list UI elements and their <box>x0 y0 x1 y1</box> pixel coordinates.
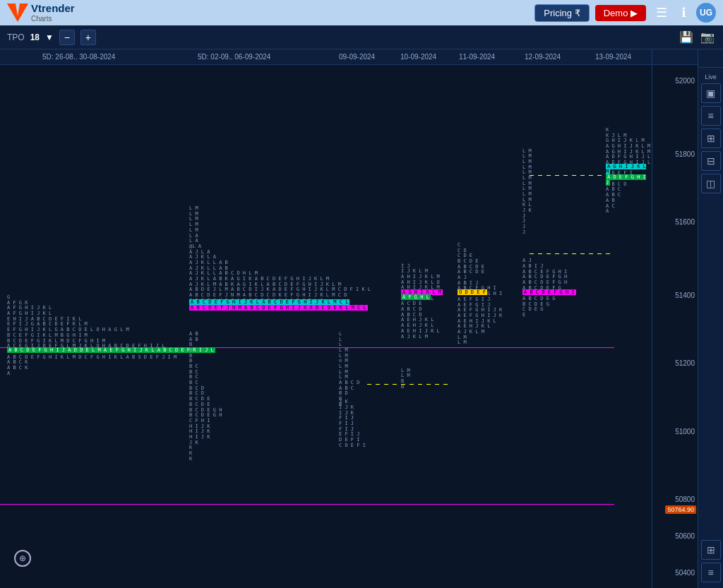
tpo-1109-highlight: O D D E F <box>458 290 487 296</box>
tpo-week2-lower: A B A B B B B B B C B C B C B C B C D B … <box>189 332 222 462</box>
tpo-1209-highlight: A B C D E F G H I <box>522 290 576 296</box>
save-button[interactable]: 💾 <box>678 29 695 45</box>
sidebar-list-btn[interactable]: ≡ <box>701 563 721 582</box>
yellow-dashed-1 <box>530 175 614 176</box>
date-label-7: 13-09-2024 <box>595 53 631 61</box>
interval-dropdown[interactable]: ▼ <box>45 32 54 42</box>
logo-charts: Charts <box>31 15 75 23</box>
tpo-1209-mid: A J A B I J A B C E F G H I A B C D E F … <box>522 258 567 318</box>
price-50800: 50800 <box>675 496 695 503</box>
date-label-5: 11-09-2024 <box>459 53 495 61</box>
sidebar-btn-5[interactable]: ◫ <box>701 174 721 193</box>
magenta-line-2 <box>0 504 614 505</box>
price-52000: 52000 <box>675 77 695 85</box>
tpo-week2-highlight: A B C D E F G H I J K L A B C D E F G H … <box>189 300 368 311</box>
tpo-0909: L L L L M L M ⊙ M L M L M L M A B C D A … <box>339 332 360 408</box>
screenshot-button[interactable]: 📷 <box>699 29 716 45</box>
sidebar-grid-btn[interactable]: ⊞ <box>701 540 721 560</box>
toolbar-right: 💾 📷 <box>678 29 716 45</box>
tpo-1309-highlight: A G H I J K L M A D E F G H I J <box>606 164 652 186</box>
date-label-6: 12-09-2024 <box>525 53 561 61</box>
logo-vtrender: Vtrender <box>31 3 75 15</box>
sidebar-btn-3[interactable]: ⊞ <box>701 128 721 148</box>
info-button[interactable]: ℹ <box>677 4 691 22</box>
yellow-dashed-2 <box>530 253 614 254</box>
zoom-in-btn[interactable]: + <box>80 30 96 45</box>
price-51000: 51000 <box>675 427 695 435</box>
pricing-button[interactable]: Pricing ₹ <box>534 4 589 22</box>
logo-area: Vtrender Charts <box>7 2 75 23</box>
price-50400: 50400 <box>675 568 695 576</box>
date-label-3: 09-09-2024 <box>339 53 375 61</box>
date-label-4: 10-09-2024 <box>400 53 436 61</box>
tpo-1209-upper: L M L M L M L M L M L M L M L M L M L M … <box>522 149 532 236</box>
date-label-1: 5D: 26-08.. 30-08-2024 <box>42 53 115 61</box>
tpo-week2-upper: L M L M L M L M L M L A L A @L A A J L A… <box>189 206 371 309</box>
chart-canvas[interactable]: G A F G K A F G H I J K L A F G H I J K … <box>0 65 652 588</box>
sidebar-btn-1[interactable]: ▣ <box>701 83 721 103</box>
zoom-out-btn[interactable]: − <box>59 30 75 45</box>
svg-marker-0 <box>7 4 28 22</box>
sidebar-btn-2[interactable]: ≡ <box>701 106 721 126</box>
price-51200: 51200 <box>675 359 695 367</box>
price-51600: 51600 <box>675 218 695 226</box>
header-right: Pricing ₹ Demo ▶ ☰ ℹ UG <box>534 3 716 23</box>
chart-type-label: TPO <box>7 32 25 42</box>
date-header: 5D: 26-08.. 30-08-2024 5D: 02-09.. 06-09… <box>0 49 652 65</box>
live-label: Live <box>705 73 717 80</box>
toolbar: TPO 18 ▼ − + 💾 📷 <box>0 25 723 49</box>
tpo-1009-lower: L M L M B B <box>401 368 410 390</box>
tpo-1009: I J I J K L M A H I J K L M A H I J K L … <box>401 264 440 340</box>
header: Vtrender Charts Pricing ₹ Demo ▶ ☰ ℹ UG <box>0 0 723 25</box>
right-sidebar: Live ▣ ≡ ⊞ ⊟ ◫ ⊞ ≡ <box>698 49 723 588</box>
price-50600: 50600 <box>675 532 695 539</box>
demo-button[interactable]: Demo ▶ <box>595 5 646 21</box>
tpo-week1: G A F G K A F G H I J K L A F G H I J K … <box>7 295 213 376</box>
price-51400: 51400 <box>675 292 695 299</box>
chart-area[interactable]: 5D: 26-08.. 30-08-2024 5D: 02-09.. 06-09… <box>0 49 652 588</box>
hamburger-button[interactable]: ☰ <box>652 4 671 22</box>
price-scale: 52000 51800 51600 51400 51200 51000 5080… <box>652 49 698 588</box>
date-label-2: 5D: 02-09.. 06-09-2024 <box>198 53 270 61</box>
price-51800: 51800 <box>675 150 695 157</box>
logo-text: Vtrender Charts <box>31 3 75 23</box>
interval-value: 18 <box>30 32 40 42</box>
main-area: 5D: 26-08.. 30-08-2024 5D: 02-09.. 06-09… <box>0 49 723 588</box>
tpo-1009-highlight: A G H I K L M A F G H L <box>401 290 443 301</box>
price-50764: 50764.90 <box>665 505 696 514</box>
user-avatar-button[interactable]: UG <box>696 3 716 23</box>
crosshair-icon[interactable]: ⊕ <box>14 550 31 567</box>
logo-icon <box>7 2 28 23</box>
sidebar-btn-4[interactable]: ⊟ <box>701 151 721 171</box>
tpo-week1-highlight: A B C D E F G H I J A D D E L M A E F G … <box>7 347 215 353</box>
tpo-0909-lower: J K I J K I J K F I J F I J F I J E F I … <box>339 400 366 448</box>
sidebar-bottom: ⊞ ≡ <box>701 540 721 585</box>
